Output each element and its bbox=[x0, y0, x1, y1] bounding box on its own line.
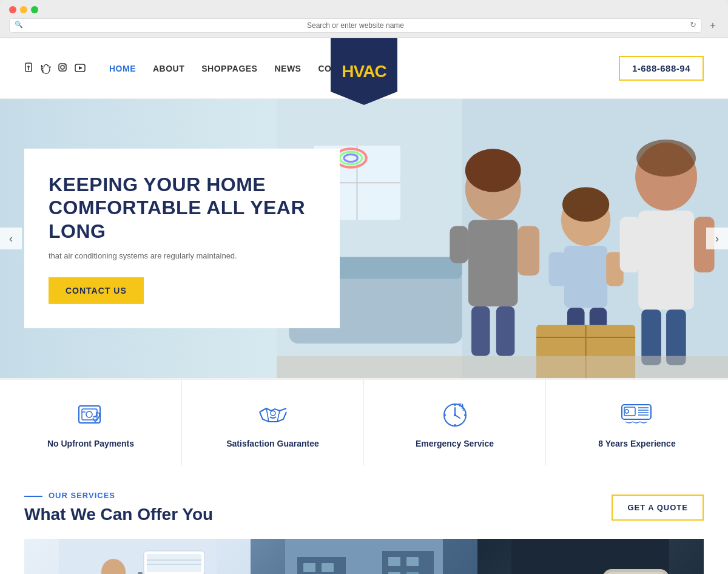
svg-point-24 bbox=[562, 187, 609, 221]
carousel-next[interactable]: › bbox=[706, 228, 728, 249]
site-header: HOME ABOUT SHOP HVAC PAGES NEWS CONTACT … bbox=[0, 38, 728, 99]
svg-point-17 bbox=[465, 149, 521, 192]
svg-point-2 bbox=[61, 66, 64, 69]
nav-left: HOME ABOUT SHOP bbox=[109, 64, 227, 73]
feature-emergency-label: Emergency Service bbox=[416, 439, 494, 448]
nav-home[interactable]: HOME bbox=[109, 64, 136, 73]
feature-satisfaction-label: Satisfaction Guarantee bbox=[226, 439, 319, 448]
svg-point-50 bbox=[454, 414, 456, 416]
service-cards-grid bbox=[24, 539, 704, 574]
family-illustration bbox=[277, 99, 728, 378]
svg-rect-40 bbox=[277, 356, 728, 378]
feature-satisfaction: Satisfaction Guarantee bbox=[182, 380, 364, 465]
feature-no-upfront: No Upfront Payments bbox=[0, 380, 182, 465]
svg-rect-22 bbox=[496, 306, 515, 356]
commercial-image bbox=[285, 539, 443, 574]
nav-pages[interactable]: PAGES bbox=[227, 64, 257, 73]
dot-fullscreen[interactable] bbox=[31, 6, 38, 13]
hero-subtext: that air conditioning systems are regula… bbox=[49, 251, 315, 260]
services-header: OUR SERVICES What We Can Offer You GET A… bbox=[24, 490, 704, 524]
clock-icon bbox=[438, 397, 471, 430]
feature-emergency: Emergency Service bbox=[364, 380, 546, 465]
feature-experience: 8 Years Experience bbox=[546, 380, 728, 465]
social-links bbox=[24, 63, 85, 73]
svg-rect-100 bbox=[511, 539, 669, 574]
svg-rect-25 bbox=[564, 246, 607, 308]
youtube-link[interactable] bbox=[75, 64, 85, 73]
hero-image bbox=[277, 99, 728, 378]
card-auto-inner bbox=[477, 539, 704, 574]
services-section: OUR SERVICES What We Can Offer You GET A… bbox=[0, 465, 728, 574]
services-label: OUR SERVICES bbox=[24, 491, 115, 500]
hero-headline-line2: COMFORTABLE ALL YEAR LONG bbox=[49, 197, 305, 241]
svg-rect-19 bbox=[450, 226, 468, 263]
hero-cta-button[interactable]: CONTACT US bbox=[49, 277, 144, 304]
money-icon bbox=[74, 397, 107, 430]
browser-toolbar: Search or enter website name + bbox=[9, 18, 719, 38]
nav-news[interactable]: NEWS bbox=[274, 64, 301, 73]
browser-dots bbox=[9, 6, 719, 13]
svg-point-46 bbox=[271, 411, 275, 416]
card-commercial-inner bbox=[251, 539, 477, 574]
twitter-link[interactable] bbox=[41, 64, 50, 73]
logo-vac: VAC bbox=[354, 62, 386, 81]
svg-rect-83 bbox=[322, 563, 334, 572]
hero-content-box: KEEPING YOUR HOME COMFORTABLE ALL YEAR L… bbox=[24, 149, 340, 328]
residential-image bbox=[59, 539, 217, 574]
service-card-auto[interactable] bbox=[477, 539, 704, 574]
ac-icon bbox=[621, 397, 654, 430]
svg-rect-33 bbox=[620, 217, 641, 272]
service-card-commercial[interactable] bbox=[251, 539, 477, 574]
svg-point-43 bbox=[86, 411, 92, 417]
nav-about[interactable]: ABOUT bbox=[153, 64, 184, 73]
svg-rect-18 bbox=[468, 220, 518, 306]
svg-rect-21 bbox=[471, 306, 490, 356]
svg-rect-68 bbox=[147, 554, 201, 572]
carousel-prev[interactable]: ‹ bbox=[0, 228, 22, 249]
service-card-residential[interactable] bbox=[24, 539, 251, 574]
phone-button[interactable]: 1-688-688-94 bbox=[619, 56, 704, 81]
svg-rect-26 bbox=[548, 252, 566, 286]
svg-rect-42 bbox=[82, 409, 97, 420]
services-title: What We Can Offer You bbox=[24, 505, 213, 524]
hero-section: ‹ › KEEPING YOUR HOME COMFORTABLE ALL YE… bbox=[0, 99, 728, 378]
logo-h: H bbox=[342, 62, 353, 81]
svg-rect-20 bbox=[517, 226, 539, 276]
svg-point-3 bbox=[64, 64, 66, 66]
hero-headline: KEEPING YOUR HOME COMFORTABLE ALL YEAR L… bbox=[49, 173, 315, 243]
svg-rect-92 bbox=[406, 557, 419, 566]
website-container: HOME ABOUT SHOP HVAC PAGES NEWS CONTACT … bbox=[0, 38, 728, 574]
address-bar[interactable]: Search or enter website name bbox=[9, 18, 702, 33]
handshake-icon bbox=[256, 397, 289, 430]
address-bar-text: Search or enter website name bbox=[307, 21, 404, 30]
services-header-left: OUR SERVICES What We Can Offer You bbox=[24, 490, 213, 524]
feature-experience-label: 8 Years Experience bbox=[598, 439, 675, 448]
auto-image bbox=[511, 539, 669, 574]
svg-point-63 bbox=[625, 410, 629, 413]
browser-chrome: Search or enter website name + bbox=[0, 0, 728, 38]
svg-rect-82 bbox=[303, 563, 315, 572]
new-tab-button[interactable]: + bbox=[707, 19, 719, 32]
dot-minimize[interactable] bbox=[20, 6, 27, 13]
svg-marker-5 bbox=[79, 66, 83, 70]
dot-close[interactable] bbox=[9, 6, 16, 13]
features-bar: No Upfront Payments Satisfaction Guarant… bbox=[0, 378, 728, 465]
nav-shop[interactable]: SHOP bbox=[201, 64, 227, 73]
hero-headline-line1: KEEPING YOUR HOME bbox=[49, 174, 266, 195]
instagram-link[interactable] bbox=[58, 63, 67, 73]
svg-rect-91 bbox=[388, 557, 400, 566]
svg-rect-58 bbox=[624, 407, 635, 416]
site-logo[interactable]: HVAC bbox=[331, 38, 397, 105]
card-residential-inner bbox=[24, 539, 251, 574]
svg-point-31 bbox=[636, 140, 696, 177]
logo-text: HVAC bbox=[342, 62, 386, 81]
svg-rect-32 bbox=[638, 211, 694, 309]
facebook-link[interactable] bbox=[24, 63, 33, 73]
feature-no-upfront-label: No Upfront Payments bbox=[47, 439, 134, 448]
get-quote-button[interactable]: GET A QUOTE bbox=[612, 495, 704, 521]
